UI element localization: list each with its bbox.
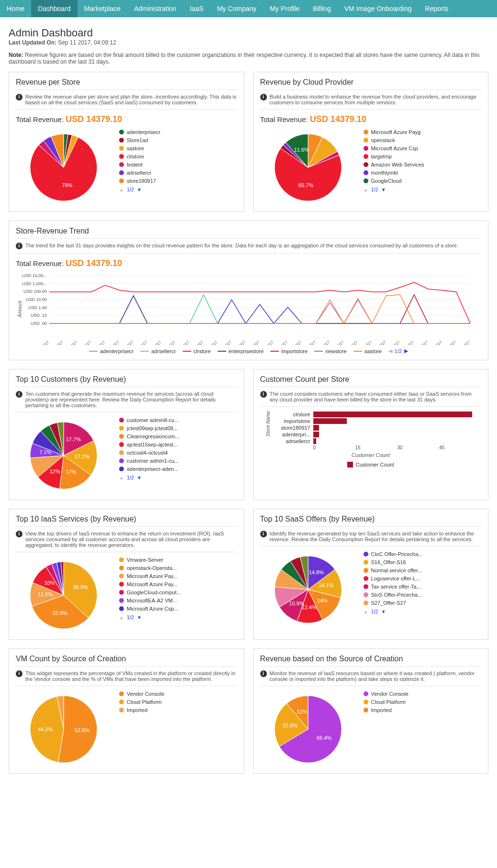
info-icon: i [260,670,267,677]
card-top-saas: Top 10 SaaS Offers (by Revenue) iIdentif… [253,509,489,640]
svg-text:11%: 11% [296,709,307,714]
card-customer-count: Customer Count per Store iThe count cons… [253,369,489,500]
legend-item: GoogleCloud-comput... [119,590,237,595]
line-legend-item: newstore [314,348,347,354]
card-vm-count: VM Count by Source of Creation iThis wid… [9,648,244,774]
card-title: Revenue per Store [16,78,237,90]
legend-item: Cleanregressioncom... [119,434,237,439]
info-icon: i [260,531,267,537]
info-icon: i [16,531,22,537]
nav-vmimage[interactable]: VM Image Onboarding [338,0,419,17]
svg-text:USD 10.00: USD 10.00 [26,297,47,302]
card-rev-source: Revenue based on the Source of Creation … [253,648,489,774]
svg-text:USD .00: USD .00 [31,321,47,326]
pie-top-customers: 17.7%17.2%17%12%7.1% [16,417,111,494]
legend-item: Imported [119,707,237,713]
legend-item: clrstore [119,154,237,159]
pager-prev-icon[interactable]: ◀ [388,348,392,354]
legend-item: Microsoft Azure Pay... [119,573,237,579]
pager-next-icon[interactable]: ▼ [137,475,142,480]
pie-top-iaas: 36.8%32.9%11.5%10% [16,557,111,634]
pager-next-icon[interactable]: ▼ [137,615,142,620]
nav-mycompany[interactable]: My Company [210,0,263,17]
legend-item: openstack-Opensta... [119,565,237,571]
svg-text:22.6%: 22.6% [282,723,297,728]
legend-pager[interactable]: ▲1/2▼ [119,614,237,620]
legend-pager[interactable]: ▲1/2▼ [364,187,482,192]
svg-text:65.7%: 65.7% [298,182,313,188]
last-updated: Last Updated On: Sep 11 2017, 04:09:12 [9,39,488,46]
legend-item: Vendor Console [364,691,482,697]
nav-billing[interactable]: Billing [306,0,337,17]
y-axis-label: Store Name [265,411,271,436]
nav-iaas[interactable]: IaaS [183,0,210,17]
card-trend: Store-Revenue Trend iThe trend for the l… [9,221,488,360]
nav-marketplace[interactable]: Marketplace [77,0,127,17]
svg-text:14.8%: 14.8% [309,569,323,575]
legend-pager[interactable]: ◀ 1/2 ▶ [388,348,408,354]
legend-item: Logoservice offer-L... [364,576,482,581]
info-icon: i [16,243,22,249]
legend-item: customer admin1-cu... [119,458,237,464]
card-title: VM Count by Source of Creation [16,655,237,667]
top-nav: Home Dashboard Marketplace Administratio… [0,0,497,17]
line-legend-item: importstore [270,348,308,354]
svg-text:11.6%: 11.6% [294,147,309,153]
svg-text:36.8%: 36.8% [73,584,88,590]
bar-row: importstore [270,418,482,424]
line-legend-item: adrsellercr [140,348,176,354]
pager-prev-icon[interactable]: ▲ [119,615,124,620]
legend-item: sastore [119,145,237,151]
total-revenue: Total Revenue: USD 14379.10 [260,114,482,124]
legend-item: Microsoft Azure Pay... [119,581,237,587]
pager-prev-icon[interactable]: ▲ [364,187,368,192]
legend-item: Store1ad [119,137,237,143]
legend-item: store180917 [119,178,237,184]
legend-item: Tax service offer-Ta... [364,584,482,590]
nav-myprofile[interactable]: My Profile [263,0,306,17]
pie-top-saas: 14.8%14.1%14%12.4%10.9% [260,551,356,628]
svg-text:10.9%: 10.9% [289,601,304,606]
nav-reports[interactable]: Reports [419,0,455,17]
info-icon: i [260,391,267,398]
line-chart: USD 10,00...USD 1,000...USD 100.00USD 10… [16,273,475,345]
legend-item: monthlymkt [364,170,482,176]
legend-pager[interactable]: ▲1/2▼ [119,475,237,480]
svg-text:USD 1,000...: USD 1,000... [22,281,47,286]
legend-item: customer admin8-cu... [119,417,237,423]
card-title: Top 10 IaaS Services (by Revenue) [16,515,237,527]
legend-item: Cloud Platform [119,699,237,705]
line-legend-item: adenterprisecr [89,348,133,354]
legend-pager[interactable]: ▲1/2▼ [119,187,237,192]
legend-item: Microsoft Azure Csp... [119,606,237,612]
legend-pager[interactable]: ▲1/2▼ [364,609,482,614]
nav-dashboard[interactable]: Dashboard [31,0,77,17]
svg-text:44.2%: 44.2% [38,726,53,732]
pager-prev-icon[interactable]: ▲ [119,475,124,480]
total-revenue: Total Revenue: USD 14379.10 [16,114,237,124]
legend-item: Vmware-Server [119,557,237,563]
legend-item: targetmp [364,154,482,159]
legend-item: Cloud Platform [364,699,482,705]
pager-next-icon[interactable]: ▼ [381,609,386,614]
pager-next-icon[interactable]: ▼ [381,187,386,192]
pager-prev-icon[interactable]: ▲ [119,187,124,192]
pager-prev-icon[interactable]: ▲ [364,609,368,614]
pager-next-icon[interactable]: ▶ [404,348,408,354]
svg-text:32.9%: 32.9% [53,610,67,616]
legend-item: Amazon Web Services [364,162,482,167]
card-title: Revenue by Cloud Provider [260,78,482,90]
legend-item: CtoC Offer-Pricecha... [364,551,482,557]
nav-administration[interactable]: Administration [127,0,183,17]
legend-item: ajctest15sep-ajctest... [119,442,237,447]
svg-text:Amount: Amount [17,300,22,318]
svg-text:17.2%: 17.2% [75,454,89,459]
svg-text:66.4%: 66.4% [316,735,331,741]
legend-item: openstack [364,137,482,143]
info-icon: i [16,94,22,100]
card-title: Revenue based on the Source of Creation [260,655,482,667]
pager-next-icon[interactable]: ▼ [137,187,142,192]
legend-item: Microsoft Azure Csp [364,145,482,151]
nav-home[interactable]: Home [0,0,31,17]
pie-vm-count: 52.6%44.2% [16,691,111,768]
